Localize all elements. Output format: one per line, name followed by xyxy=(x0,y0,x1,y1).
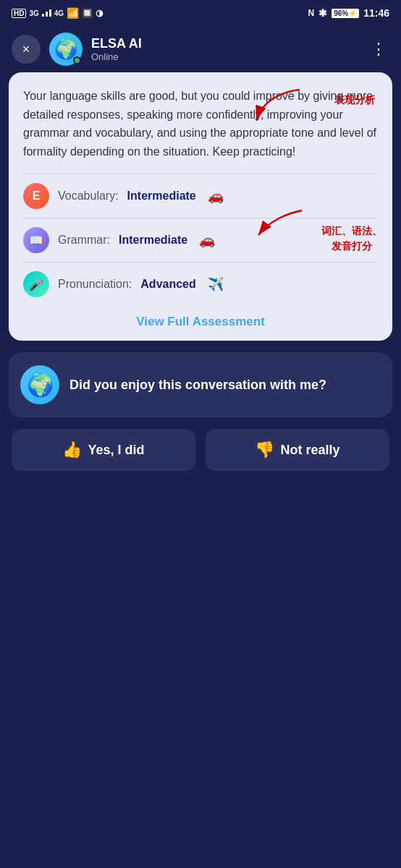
status-right: N ✱ 96%⚡ 11:46 xyxy=(308,7,389,19)
status-left: HD 3G 4G 📶 🔲 ◑ xyxy=(12,7,103,19)
signal-4g: 4G xyxy=(54,9,64,17)
vocabulary-emoji: 🚗 xyxy=(208,188,224,204)
chat-area: 表现分析 词汇、语法、发音打分 Your language skills a xyxy=(0,72,401,480)
assessment-text: Your language skills are good, but you c… xyxy=(23,87,378,161)
signal-3g: 3G xyxy=(29,9,38,17)
battery-indicator: 96%⚡ xyxy=(332,9,359,18)
bot-name: ELSA AI xyxy=(91,36,359,51)
more-icon: ⋮ xyxy=(371,40,387,58)
grammar-row: 📖 Grammar: Intermediate 🚗 xyxy=(23,218,378,262)
feedback-text: Did you enjoy this conversation with me? xyxy=(69,376,326,394)
view-full-assessment-button[interactable]: View Full Assessment xyxy=(23,315,378,329)
grammar-level: Intermediate xyxy=(119,234,187,247)
pronunciation-label: Pronunciation: xyxy=(58,278,132,291)
response-buttons-container: 👍 Yes, I did 👎 Not really xyxy=(9,429,392,471)
pronunciation-level: Advanced xyxy=(140,278,195,291)
feedback-avatar: 🌍 xyxy=(20,365,59,404)
feedback-bubble: 🌍 Did you enjoy this conversation with m… xyxy=(9,352,392,417)
thumbs-down-icon: 👎 xyxy=(255,441,274,459)
grammar-emoji: 🚗 xyxy=(199,232,215,248)
bot-avatar-container: 🌍 xyxy=(49,33,83,66)
moon-icon: ◑ xyxy=(96,8,103,18)
signal-bars-4g xyxy=(42,9,51,17)
vocabulary-label: Vocabulary: xyxy=(58,190,119,203)
bluetooth-icon: ✱ xyxy=(318,7,327,19)
not-really-button[interactable]: 👎 Not really xyxy=(206,429,389,471)
chat-header: × 🌍 ELSA AI Online ⋮ xyxy=(0,26,401,72)
assessment-card: Your language skills are good, but you c… xyxy=(9,72,392,341)
hd-badge: HD xyxy=(12,9,26,18)
vocabulary-icon: E xyxy=(23,183,49,209)
pronunciation-emoji: ✈️ xyxy=(208,276,224,292)
pronunciation-row: 🎤 Pronunciation: Advanced ✈️ xyxy=(23,262,378,306)
camera-icon: 🔲 xyxy=(82,8,93,18)
status-bar: HD 3G 4G 📶 🔲 ◑ N ✱ 96%⚡ 11:46 xyxy=(0,0,401,26)
vocabulary-row: E Vocabulary: Intermediate 🚗 xyxy=(23,174,378,218)
more-options-button[interactable]: ⋮ xyxy=(368,37,389,61)
time-display: 11:46 xyxy=(363,7,389,19)
thumbs-up-icon: 👍 xyxy=(62,441,82,459)
pronunciation-icon: 🎤 xyxy=(23,271,49,297)
nfc-icon: N xyxy=(308,8,314,18)
yes-label: Yes, I did xyxy=(88,443,144,458)
grammar-label: Grammar: xyxy=(58,234,110,247)
assessment-card-wrapper: 表现分析 词汇、语法、发音打分 Your language skills a xyxy=(9,72,392,341)
vocab-letter: E xyxy=(33,190,41,203)
wifi-icon: 📶 xyxy=(67,7,79,19)
yes-i-did-button[interactable]: 👍 Yes, I did xyxy=(12,429,195,471)
not-really-label: Not really xyxy=(280,443,339,458)
close-button[interactable]: × xyxy=(12,35,41,64)
vocabulary-level: Intermediate xyxy=(127,190,196,203)
online-indicator xyxy=(73,56,81,64)
pronunc-symbol: 🎤 xyxy=(29,278,43,292)
grammar-symbol: 📖 xyxy=(29,234,43,247)
close-icon: × xyxy=(22,42,30,57)
grammar-icon: 📖 xyxy=(23,227,49,253)
bot-status: Online xyxy=(91,51,359,62)
header-info: ELSA AI Online xyxy=(91,36,359,62)
